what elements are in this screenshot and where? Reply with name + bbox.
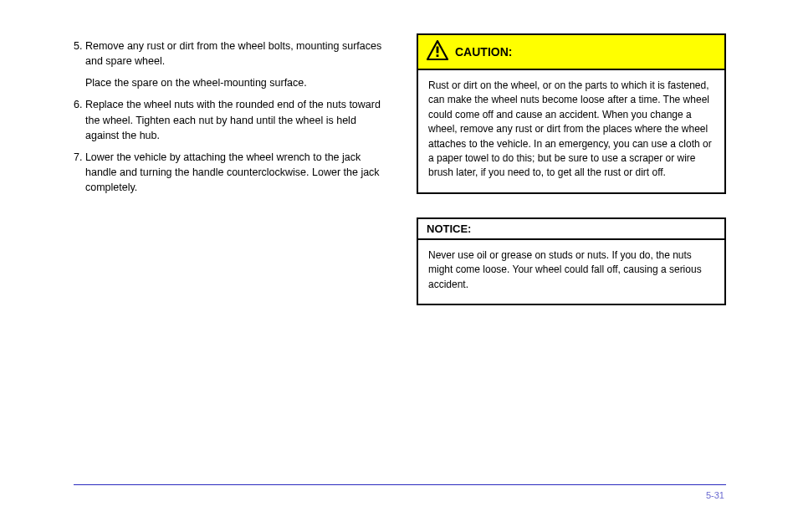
svg-rect-1: [437, 47, 439, 54]
right-callout-column: CAUTION: Rust or dirt on the wheel, or o…: [417, 33, 726, 305]
step-5-line2: Place the spare on the wheel-mounting su…: [74, 75, 390, 90]
caution-label: CAUTION:: [455, 45, 512, 59]
notice-body: Never use oil or grease on studs or nuts…: [418, 240, 724, 304]
footer-rule: [74, 484, 726, 485]
warning-triangle-icon: [427, 40, 448, 64]
notice-box: NOTICE: Never use oil or grease on studs…: [417, 217, 726, 305]
two-column-layout: 5. Remove any rust or dirt from the whee…: [74, 33, 726, 305]
step-6: 6. Replace the wheel nuts with the round…: [74, 97, 390, 142]
svg-rect-2: [437, 54, 439, 57]
page-footer: 5-31: [74, 484, 726, 500]
footer-row: 5-31: [74, 490, 726, 500]
page-content: 5. Remove any rust or dirt from the whee…: [74, 33, 726, 502]
page-number: 5-31: [706, 490, 724, 500]
step-5-line1: 5. Remove any rust or dirt from the whee…: [74, 38, 390, 69]
notice-header: NOTICE:: [418, 219, 724, 240]
step-7: 7. Lower the vehicle by attaching the wh…: [74, 150, 390, 195]
caution-box: CAUTION: Rust or dirt on the wheel, or o…: [417, 33, 726, 194]
caution-body: Rust or dirt on the wheel, or on the par…: [418, 70, 724, 192]
caution-header: CAUTION:: [418, 35, 724, 70]
left-text-column: 5. Remove any rust or dirt from the whee…: [74, 33, 390, 305]
